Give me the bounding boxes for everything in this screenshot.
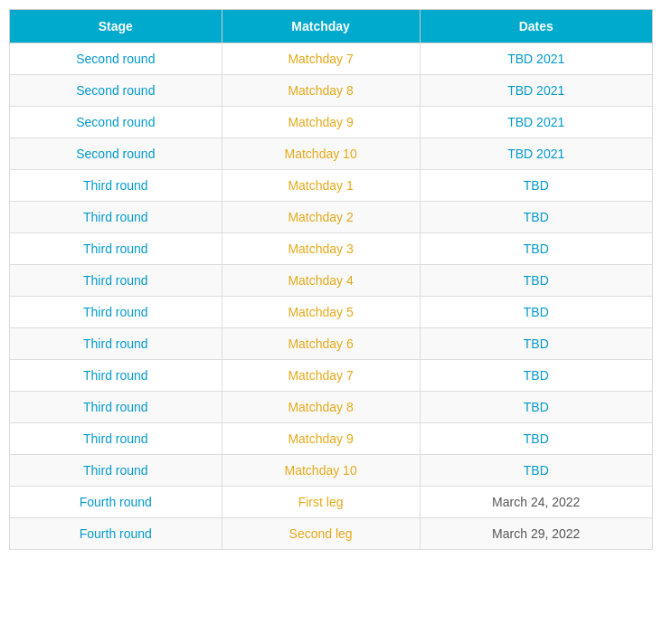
header-matchday: Matchday [222,10,420,43]
table-row: Third roundMatchday 7TBD [10,360,653,392]
matchday-cell: Matchday 3 [222,233,420,265]
table-row: Third roundMatchday 9TBD [10,423,653,455]
matchday-cell: Matchday 10 [222,455,420,487]
stage-cell: Third round [10,233,222,265]
table-body: Second roundMatchday 7TBD 2021Second rou… [10,43,653,550]
table-row: Second roundMatchday 9TBD 2021 [10,107,653,138]
table-row: Third roundMatchday 4TBD [10,265,653,297]
table-row: Third roundMatchday 10TBD [10,455,653,487]
matchday-cell: Second leg [222,518,420,550]
stage-cell: Fourth round [10,487,222,518]
dates-cell: March 29, 2022 [420,518,652,550]
stage-cell: Third round [10,328,222,360]
matchday-cell: Matchday 9 [222,107,420,138]
matchday-cell: Matchday 7 [222,43,420,75]
dates-cell: TBD [420,233,652,265]
dates-cell: TBD [420,360,652,392]
dates-cell: TBD [420,328,652,360]
dates-cell: TBD [420,392,652,423]
matchday-cell: Matchday 7 [222,360,420,392]
stage-cell: Second round [10,107,222,138]
stage-cell: Third round [10,423,222,455]
matchday-cell: Matchday 8 [222,392,420,423]
dates-cell: TBD [420,455,652,487]
dates-cell: TBD [420,423,652,455]
dates-cell: TBD [420,297,652,328]
stage-cell: Second round [10,138,222,170]
table-row: Second roundMatchday 10TBD 2021 [10,138,653,170]
table-row: Third roundMatchday 5TBD [10,297,653,328]
dates-cell: TBD 2021 [420,43,652,75]
table-row: Third roundMatchday 8TBD [10,392,653,423]
schedule-table-wrapper: Stage Matchday Dates Second roundMatchda… [9,9,653,550]
dates-cell: TBD [420,202,652,233]
dates-cell: TBD 2021 [420,107,652,138]
table-row: Third roundMatchday 1TBD [10,170,653,202]
table-row: Third roundMatchday 2TBD [10,202,653,233]
stage-cell: Third round [10,202,222,233]
matchday-cell: Matchday 9 [222,423,420,455]
header-dates: Dates [420,10,652,43]
stage-cell: Third round [10,297,222,328]
header-stage: Stage [10,10,222,43]
dates-cell: TBD [420,170,652,202]
table-row: Second roundMatchday 8TBD 2021 [10,75,653,107]
table-row: Fourth roundFirst legMarch 24, 2022 [10,487,653,518]
table-row: Fourth roundSecond legMarch 29, 2022 [10,518,653,550]
stage-cell: Second round [10,75,222,107]
table-header-row: Stage Matchday Dates [10,10,653,43]
matchday-cell: Matchday 5 [222,297,420,328]
schedule-table: Stage Matchday Dates Second roundMatchda… [9,9,653,550]
stage-cell: Second round [10,43,222,75]
stage-cell: Fourth round [10,518,222,550]
table-row: Third roundMatchday 3TBD [10,233,653,265]
dates-cell: TBD [420,265,652,297]
matchday-cell: Matchday 6 [222,328,420,360]
matchday-cell: Matchday 4 [222,265,420,297]
table-row: Second roundMatchday 7TBD 2021 [10,43,653,75]
matchday-cell: Matchday 2 [222,202,420,233]
stage-cell: Third round [10,265,222,297]
matchday-cell: Matchday 8 [222,75,420,107]
table-row: Third roundMatchday 6TBD [10,328,653,360]
dates-cell: TBD 2021 [420,138,652,170]
dates-cell: TBD 2021 [420,75,652,107]
matchday-cell: First leg [222,487,420,518]
stage-cell: Third round [10,392,222,423]
matchday-cell: Matchday 10 [222,138,420,170]
stage-cell: Third round [10,170,222,202]
stage-cell: Third round [10,360,222,392]
dates-cell: March 24, 2022 [420,487,652,518]
matchday-cell: Matchday 1 [222,170,420,202]
stage-cell: Third round [10,455,222,487]
